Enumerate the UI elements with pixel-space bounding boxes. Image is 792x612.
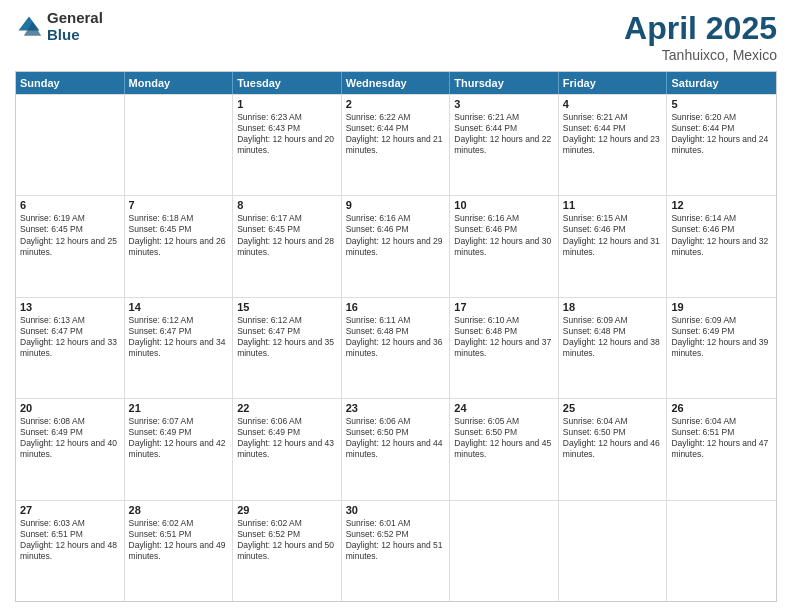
sunrise-text: Sunrise: 6:15 AM [563, 213, 663, 224]
sunset-text: Sunset: 6:49 PM [129, 427, 229, 438]
daylight-text: Daylight: 12 hours and 31 minutes. [563, 236, 663, 258]
day-number: 20 [20, 402, 120, 414]
sunset-text: Sunset: 6:44 PM [454, 123, 554, 134]
sunrise-text: Sunrise: 6:12 AM [237, 315, 337, 326]
sunrise-text: Sunrise: 6:11 AM [346, 315, 446, 326]
day-number: 2 [346, 98, 446, 110]
calendar: SundayMondayTuesdayWednesdayThursdayFrid… [15, 71, 777, 602]
calendar-cell: 17Sunrise: 6:10 AMSunset: 6:48 PMDayligh… [450, 298, 559, 398]
sunrise-text: Sunrise: 6:02 AM [237, 518, 337, 529]
sunset-text: Sunset: 6:46 PM [346, 224, 446, 235]
logo: General Blue [15, 10, 103, 43]
daylight-text: Daylight: 12 hours and 50 minutes. [237, 540, 337, 562]
sunrise-text: Sunrise: 6:03 AM [20, 518, 120, 529]
calendar-cell: 8Sunrise: 6:17 AMSunset: 6:45 PMDaylight… [233, 196, 342, 296]
day-number: 1 [237, 98, 337, 110]
sunrise-text: Sunrise: 6:05 AM [454, 416, 554, 427]
day-number: 24 [454, 402, 554, 414]
day-number: 10 [454, 199, 554, 211]
sunrise-text: Sunrise: 6:23 AM [237, 112, 337, 123]
daylight-text: Daylight: 12 hours and 37 minutes. [454, 337, 554, 359]
sunrise-text: Sunrise: 6:09 AM [671, 315, 772, 326]
calendar-cell [450, 501, 559, 601]
calendar-cell: 4Sunrise: 6:21 AMSunset: 6:44 PMDaylight… [559, 95, 668, 195]
daylight-text: Daylight: 12 hours and 38 minutes. [563, 337, 663, 359]
calendar-cell: 27Sunrise: 6:03 AMSunset: 6:51 PMDayligh… [16, 501, 125, 601]
day-number: 11 [563, 199, 663, 211]
daylight-text: Daylight: 12 hours and 29 minutes. [346, 236, 446, 258]
calendar-cell [667, 501, 776, 601]
sunset-text: Sunset: 6:47 PM [20, 326, 120, 337]
calendar-cell: 22Sunrise: 6:06 AMSunset: 6:49 PMDayligh… [233, 399, 342, 499]
logo-text: General Blue [47, 10, 103, 43]
day-number: 30 [346, 504, 446, 516]
day-number: 8 [237, 199, 337, 211]
daylight-text: Daylight: 12 hours and 42 minutes. [129, 438, 229, 460]
sunset-text: Sunset: 6:49 PM [237, 427, 337, 438]
calendar-cell: 9Sunrise: 6:16 AMSunset: 6:46 PMDaylight… [342, 196, 451, 296]
calendar-row: 20Sunrise: 6:08 AMSunset: 6:49 PMDayligh… [16, 398, 776, 499]
sunset-text: Sunset: 6:52 PM [237, 529, 337, 540]
day-number: 12 [671, 199, 772, 211]
sunset-text: Sunset: 6:51 PM [671, 427, 772, 438]
sunrise-text: Sunrise: 6:01 AM [346, 518, 446, 529]
day-number: 21 [129, 402, 229, 414]
calendar-cell: 3Sunrise: 6:21 AMSunset: 6:44 PMDaylight… [450, 95, 559, 195]
title-location: Tanhuixco, Mexico [624, 47, 777, 63]
calendar-body: 1Sunrise: 6:23 AMSunset: 6:43 PMDaylight… [16, 94, 776, 601]
sunrise-text: Sunrise: 6:20 AM [671, 112, 772, 123]
sunrise-text: Sunrise: 6:17 AM [237, 213, 337, 224]
sunrise-text: Sunrise: 6:21 AM [454, 112, 554, 123]
sunrise-text: Sunrise: 6:12 AM [129, 315, 229, 326]
calendar-cell: 25Sunrise: 6:04 AMSunset: 6:50 PMDayligh… [559, 399, 668, 499]
daylight-text: Daylight: 12 hours and 22 minutes. [454, 134, 554, 156]
day-number: 14 [129, 301, 229, 313]
calendar-cell: 16Sunrise: 6:11 AMSunset: 6:48 PMDayligh… [342, 298, 451, 398]
sunset-text: Sunset: 6:46 PM [671, 224, 772, 235]
sunset-text: Sunset: 6:48 PM [454, 326, 554, 337]
daylight-text: Daylight: 12 hours and 21 minutes. [346, 134, 446, 156]
sunset-text: Sunset: 6:52 PM [346, 529, 446, 540]
daylight-text: Daylight: 12 hours and 46 minutes. [563, 438, 663, 460]
sunset-text: Sunset: 6:47 PM [237, 326, 337, 337]
daylight-text: Daylight: 12 hours and 24 minutes. [671, 134, 772, 156]
calendar-cell: 26Sunrise: 6:04 AMSunset: 6:51 PMDayligh… [667, 399, 776, 499]
sunset-text: Sunset: 6:48 PM [563, 326, 663, 337]
day-number: 23 [346, 402, 446, 414]
header-day: Saturday [667, 72, 776, 94]
day-number: 16 [346, 301, 446, 313]
sunset-text: Sunset: 6:50 PM [454, 427, 554, 438]
sunrise-text: Sunrise: 6:10 AM [454, 315, 554, 326]
calendar-row: 27Sunrise: 6:03 AMSunset: 6:51 PMDayligh… [16, 500, 776, 601]
daylight-text: Daylight: 12 hours and 28 minutes. [237, 236, 337, 258]
day-number: 5 [671, 98, 772, 110]
day-number: 7 [129, 199, 229, 211]
calendar-cell: 30Sunrise: 6:01 AMSunset: 6:52 PMDayligh… [342, 501, 451, 601]
calendar-cell: 23Sunrise: 6:06 AMSunset: 6:50 PMDayligh… [342, 399, 451, 499]
sunset-text: Sunset: 6:45 PM [237, 224, 337, 235]
sunrise-text: Sunrise: 6:13 AM [20, 315, 120, 326]
calendar-cell: 18Sunrise: 6:09 AMSunset: 6:48 PMDayligh… [559, 298, 668, 398]
logo-icon [15, 13, 43, 41]
daylight-text: Daylight: 12 hours and 35 minutes. [237, 337, 337, 359]
sunrise-text: Sunrise: 6:06 AM [237, 416, 337, 427]
sunset-text: Sunset: 6:44 PM [563, 123, 663, 134]
calendar-cell: 5Sunrise: 6:20 AMSunset: 6:44 PMDaylight… [667, 95, 776, 195]
daylight-text: Daylight: 12 hours and 25 minutes. [20, 236, 120, 258]
daylight-text: Daylight: 12 hours and 33 minutes. [20, 337, 120, 359]
sunrise-text: Sunrise: 6:06 AM [346, 416, 446, 427]
daylight-text: Daylight: 12 hours and 40 minutes. [20, 438, 120, 460]
daylight-text: Daylight: 12 hours and 30 minutes. [454, 236, 554, 258]
sunset-text: Sunset: 6:49 PM [671, 326, 772, 337]
daylight-text: Daylight: 12 hours and 23 minutes. [563, 134, 663, 156]
header-day: Sunday [16, 72, 125, 94]
day-number: 15 [237, 301, 337, 313]
sunrise-text: Sunrise: 6:22 AM [346, 112, 446, 123]
sunset-text: Sunset: 6:46 PM [454, 224, 554, 235]
calendar-cell: 28Sunrise: 6:02 AMSunset: 6:51 PMDayligh… [125, 501, 234, 601]
daylight-text: Daylight: 12 hours and 45 minutes. [454, 438, 554, 460]
sunrise-text: Sunrise: 6:02 AM [129, 518, 229, 529]
day-number: 13 [20, 301, 120, 313]
sunrise-text: Sunrise: 6:14 AM [671, 213, 772, 224]
day-number: 26 [671, 402, 772, 414]
